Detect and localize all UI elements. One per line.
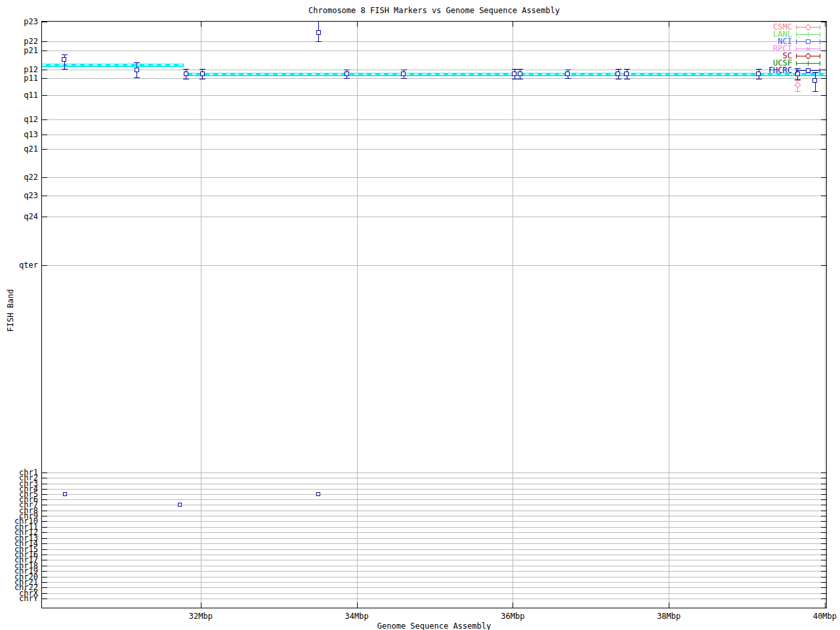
y-tick-mark-right xyxy=(821,494,826,495)
y-tick-mark xyxy=(42,135,47,135)
legend-sample-cap xyxy=(796,39,797,44)
chart-canvas: Chromosome 8 FISH Markers vs Genome Sequ… xyxy=(0,0,840,630)
error-bar-cap xyxy=(795,80,801,81)
y-tick-mark-right xyxy=(821,505,826,505)
y-tick-label: p12 xyxy=(0,66,38,74)
legend-label: FHCRC xyxy=(713,67,792,74)
y-tick-mark-right xyxy=(821,560,826,560)
y-tick-mark-right xyxy=(821,265,826,266)
y-tick-mark xyxy=(42,582,47,583)
y-tick-mark-right xyxy=(821,149,826,150)
x-tick-label: 40Mbp xyxy=(799,612,840,621)
legend-marker xyxy=(808,32,808,37)
y-tick-mark-right xyxy=(821,582,826,583)
y-tick-mark xyxy=(42,494,47,495)
y-tick-mark-right xyxy=(821,51,826,51)
y-tick-mark-right xyxy=(821,119,826,120)
y-tick-mark-right xyxy=(821,566,826,566)
x-tick-mark-bottom xyxy=(669,602,669,608)
x-tick-label: 34Mbp xyxy=(331,612,383,621)
y-tick-mark xyxy=(42,217,47,217)
y-tick-mark-right xyxy=(821,78,826,79)
h-gridline xyxy=(42,598,826,599)
y-tick-mark xyxy=(42,538,47,539)
y-tick-mark-right xyxy=(821,543,826,544)
error-bar-cap xyxy=(401,78,407,79)
error-bar-cap xyxy=(616,69,621,70)
y-axis-label: FISH Band xyxy=(6,281,15,340)
y-tick-mark xyxy=(42,489,47,490)
y-tick-mark xyxy=(42,571,47,572)
legend-marker xyxy=(806,68,810,73)
y-tick-mark xyxy=(42,577,47,578)
h-gridline xyxy=(42,149,826,150)
y-tick-mark-right xyxy=(821,95,826,96)
data-point-marker xyxy=(200,72,205,76)
y-tick-mark xyxy=(42,499,47,500)
error-bar-cap xyxy=(200,79,205,79)
y-tick-mark-right xyxy=(821,516,826,516)
x-tick-mark-bottom xyxy=(201,602,201,608)
h-gridline xyxy=(42,566,826,566)
y-tick-mark-right xyxy=(821,472,826,473)
h-gridline xyxy=(42,521,826,522)
x-tick-label: 36Mbp xyxy=(486,612,539,621)
h-gridline xyxy=(42,135,826,135)
y-tick-label: p22 xyxy=(0,38,38,45)
y-tick-mark xyxy=(42,51,47,51)
x-tick-label: 32Mbp xyxy=(175,612,227,621)
y-tick-mark xyxy=(42,265,47,266)
h-gridline xyxy=(42,78,826,79)
h-gridline xyxy=(42,265,826,266)
y-tick-mark-right xyxy=(821,511,826,511)
h-gridline xyxy=(42,478,826,478)
error-bar-cap xyxy=(624,79,630,79)
data-point-marker xyxy=(184,72,188,76)
h-gridline xyxy=(42,571,826,572)
data-point-marker xyxy=(616,72,620,76)
x-tick-mark-bottom xyxy=(357,602,358,608)
legend-marker xyxy=(806,39,810,44)
y-tick-mark-right xyxy=(821,538,826,539)
y-tick-mark-right xyxy=(821,532,826,533)
legend-sample-cap xyxy=(820,25,820,30)
h-gridline xyxy=(42,538,826,539)
y-tick-mark xyxy=(42,472,47,473)
legend-label: RPCI xyxy=(713,45,792,52)
y-tick-mark-right xyxy=(821,478,826,478)
y-tick-label: p23 xyxy=(0,18,38,26)
h-gridline xyxy=(42,593,826,594)
plot-area xyxy=(42,22,826,608)
y-tick-mark xyxy=(42,149,47,150)
v-gridline xyxy=(669,22,669,608)
y-tick-mark xyxy=(42,521,47,522)
y-tick-label: q24 xyxy=(0,213,38,220)
y-tick-mark xyxy=(42,560,47,560)
error-bar-cap xyxy=(756,79,762,79)
error-bar-cap xyxy=(62,54,68,55)
error-bar-cap xyxy=(344,78,350,79)
y-tick-label: q11 xyxy=(0,92,38,99)
h-gridline xyxy=(42,499,826,500)
fish-band-line xyxy=(42,64,184,67)
data-point-marker xyxy=(62,57,66,62)
y-tick-label: qter xyxy=(0,262,38,269)
h-gridline xyxy=(42,560,826,560)
y-tick-label: p11 xyxy=(0,75,38,82)
y-tick-mark xyxy=(42,119,47,120)
y-tick-mark-right xyxy=(821,135,826,135)
x-axis-label: Genome Sequence Assembly xyxy=(42,621,826,630)
error-bar-cap xyxy=(795,91,801,92)
y-tick-label: chrY xyxy=(0,595,38,602)
error-bar-cap xyxy=(134,77,140,78)
y-tick-mark xyxy=(42,22,47,22)
y-tick-mark xyxy=(42,566,47,566)
legend-sample-cap xyxy=(796,25,797,30)
y-tick-label: q22 xyxy=(0,174,38,181)
y-tick-mark-right xyxy=(821,196,826,196)
y-tick-mark xyxy=(42,196,47,196)
data-point-marker xyxy=(512,72,516,76)
error-bar-cap xyxy=(565,70,571,70)
h-gridline xyxy=(42,516,826,516)
error-bar-cap xyxy=(616,79,621,79)
